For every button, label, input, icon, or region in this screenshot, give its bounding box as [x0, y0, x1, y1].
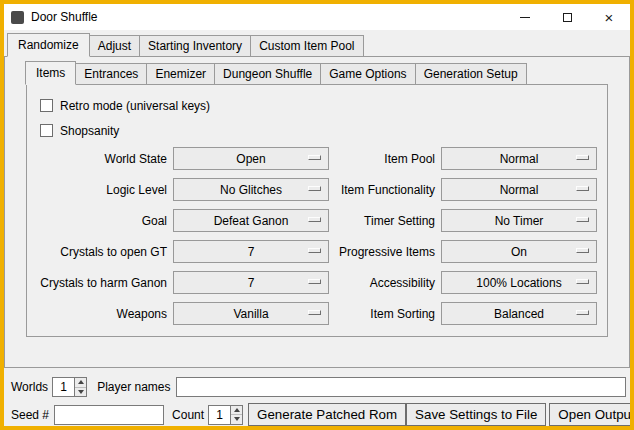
dropdown-indicator-icon	[576, 186, 589, 191]
retro-mode-checkbox[interactable]	[40, 99, 53, 112]
player-names-input[interactable]	[176, 377, 627, 397]
dropdown-indicator-icon	[308, 310, 321, 315]
tab-adjust[interactable]: Adjust	[89, 35, 140, 57]
timer-setting-label: Timer Setting	[335, 214, 435, 228]
tab-items[interactable]: Items	[25, 61, 76, 85]
dropdown-indicator-icon	[576, 248, 589, 253]
shopsanity-label: Shopsanity	[60, 124, 119, 138]
app-window: Door Shuffle × Randomize Adjust Starting…	[0, 0, 634, 430]
randomize-pane: Items Entrances Enemizer Dungeon Shuffle…	[4, 56, 630, 368]
tab-game-options[interactable]: Game Options	[320, 63, 415, 85]
crystals-harm-ganon-dropdown[interactable]: 7	[173, 271, 329, 294]
worlds-label: Worlds	[11, 380, 48, 394]
maximize-icon	[563, 13, 572, 22]
item-functionality-label: Item Functionality	[335, 183, 435, 197]
dropdown-indicator-icon	[576, 310, 589, 315]
tab-starting-inventory[interactable]: Starting Inventory	[139, 35, 251, 57]
weapons-label: Weapons	[35, 307, 167, 321]
caption-buttons: ×	[504, 4, 630, 30]
minimize-button[interactable]	[504, 4, 546, 30]
generate-row: Seed # Count 1 Generate Patched Rom Save…	[11, 403, 626, 426]
items-pane: Retro mode (universal keys) Shopsanity W…	[26, 84, 608, 337]
worlds-decrement-button[interactable]	[75, 387, 86, 397]
tab-randomize[interactable]: Randomize	[7, 33, 90, 57]
crystals-open-gt-label: Crystals to open GT	[35, 245, 167, 259]
world-state-label: World State	[35, 152, 167, 166]
crystals-harm-ganon-label: Crystals to harm Ganon	[35, 276, 167, 290]
accessibility-label: Accessibility	[335, 276, 435, 290]
arrow-down-icon	[78, 390, 84, 394]
dropdown-indicator-icon	[576, 279, 589, 284]
multiworld-row: Worlds 1 Player names	[11, 376, 626, 398]
titlebar: Door Shuffle ×	[4, 4, 630, 30]
retro-mode-label: Retro mode (universal keys)	[60, 99, 210, 113]
worlds-stepper-arrows	[74, 378, 86, 396]
count-stepper-arrows	[230, 406, 242, 424]
open-output-directory-button[interactable]: Open Output Directory	[549, 403, 634, 426]
tab-custom-item-pool[interactable]: Custom Item Pool	[250, 35, 363, 57]
item-sorting-label: Item Sorting	[335, 307, 435, 321]
dropdown-indicator-icon	[308, 248, 321, 253]
arrow-down-icon	[234, 417, 240, 421]
dropdown-indicator-icon	[308, 186, 321, 191]
crystals-open-gt-dropdown[interactable]: 7	[173, 240, 329, 263]
window-content: Randomize Adjust Starting Inventory Cust…	[4, 30, 630, 426]
worlds-stepper[interactable]: 1	[52, 377, 87, 397]
dropdown-indicator-icon	[308, 279, 321, 284]
save-settings-button[interactable]: Save Settings to File	[406, 403, 546, 426]
options-grid: World State Open Item Pool Normal Logic …	[35, 147, 601, 325]
dropdown-indicator-icon	[308, 217, 321, 222]
tab-entrances[interactable]: Entrances	[75, 63, 147, 85]
item-sorting-dropdown[interactable]: Balanced	[441, 302, 597, 325]
checkbox-group: Retro mode (universal keys) Shopsanity	[27, 85, 607, 143]
tab-generation-setup[interactable]: Generation Setup	[415, 63, 527, 85]
count-increment-button[interactable]	[231, 406, 242, 415]
inner-tab-bar: Items Entrances Enemizer Dungeon Shuffle…	[5, 57, 629, 85]
world-state-dropdown[interactable]: Open	[173, 147, 329, 170]
goal-dropdown[interactable]: Defeat Ganon	[173, 209, 329, 232]
shopsanity-row[interactable]: Shopsanity	[40, 118, 607, 143]
generate-patched-rom-button[interactable]: Generate Patched Rom	[248, 403, 406, 426]
item-pool-dropdown[interactable]: Normal	[441, 147, 597, 170]
item-functionality-dropdown[interactable]: Normal	[441, 178, 597, 201]
outer-tab-bar: Randomize Adjust Starting Inventory Cust…	[4, 30, 630, 57]
count-stepper[interactable]: 1	[208, 405, 243, 425]
close-icon: ×	[605, 10, 614, 25]
close-button[interactable]: ×	[588, 4, 630, 30]
arrow-up-icon	[234, 408, 240, 412]
player-names-label: Player names	[97, 380, 170, 394]
dropdown-indicator-icon	[308, 155, 321, 160]
weapons-dropdown[interactable]: Vanilla	[173, 302, 329, 325]
seed-input[interactable]	[54, 405, 164, 425]
logic-level-dropdown[interactable]: No Glitches	[173, 178, 329, 201]
accessibility-dropdown[interactable]: 100% Locations	[441, 271, 597, 294]
arrow-up-icon	[78, 380, 84, 384]
progressive-items-dropdown[interactable]: On	[441, 240, 597, 263]
count-label: Count	[172, 408, 204, 422]
tab-enemizer[interactable]: Enemizer	[146, 63, 215, 85]
count-decrement-button[interactable]	[231, 414, 242, 424]
progressive-items-label: Progressive Items	[335, 245, 435, 259]
logic-level-label: Logic Level	[35, 183, 167, 197]
app-icon	[11, 11, 24, 24]
maximize-button[interactable]	[546, 4, 588, 30]
goal-label: Goal	[35, 214, 167, 228]
shopsanity-checkbox[interactable]	[40, 124, 53, 137]
retro-mode-row[interactable]: Retro mode (universal keys)	[40, 93, 607, 118]
window-title: Door Shuffle	[31, 10, 504, 24]
minimize-icon	[520, 17, 530, 18]
item-pool-label: Item Pool	[335, 152, 435, 166]
tab-dungeon-shuffle[interactable]: Dungeon Shuffle	[214, 63, 321, 85]
dropdown-indicator-icon	[576, 217, 589, 222]
seed-label: Seed #	[11, 408, 49, 422]
dropdown-indicator-icon	[576, 155, 589, 160]
worlds-increment-button[interactable]	[75, 378, 86, 387]
timer-setting-dropdown[interactable]: No Timer	[441, 209, 597, 232]
